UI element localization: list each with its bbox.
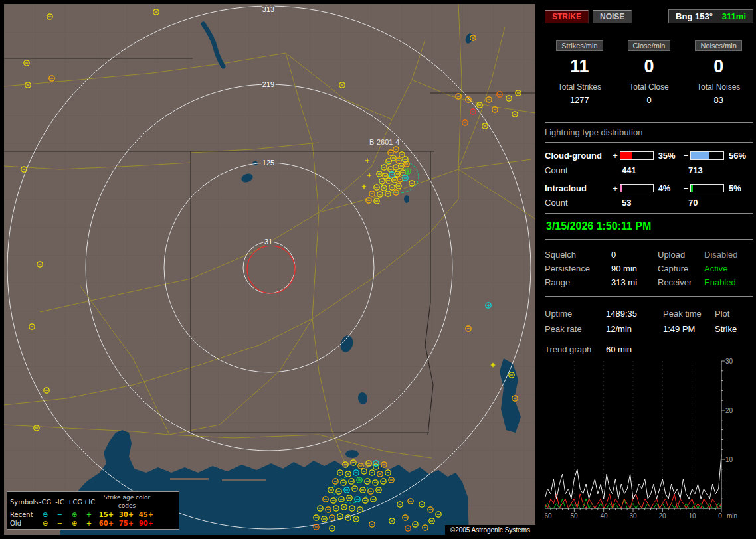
old-pos-ic-icon: +: [82, 519, 96, 528]
y-tick-30: 30: [725, 358, 733, 365]
noise-mode-button[interactable]: NOISE: [593, 10, 632, 23]
noises-per-min-button[interactable]: Noises/min: [695, 40, 741, 51]
age-code-60: 60+: [96, 519, 116, 528]
control-panel: STRIKE NOISE Bng 153° 311mi Strikes/min …: [539, 5, 756, 530]
y-tick-10: 10: [725, 456, 733, 463]
ring-label-31: 31: [264, 238, 272, 246]
strike-mode-button[interactable]: STRIKE: [545, 10, 589, 23]
map-legend: Symbols -CG -IC +CG +IC Strike age color…: [7, 491, 179, 530]
legend-old-label: Old: [10, 519, 38, 528]
close-per-min-button[interactable]: Close/min: [628, 40, 671, 51]
noises-rate-value: 0: [684, 56, 753, 77]
trend-graph-header: Trend graph 60 min: [545, 338, 753, 358]
recent-pos-cg-icon: ⊕: [67, 510, 82, 519]
plus-sign: +: [612, 151, 618, 161]
receiver-label: Receiver: [658, 277, 704, 287]
distribution-title: Lightning type distribution: [545, 125, 753, 139]
rate-statistics: Strikes/min 11 Total Strikes 1277 Close/…: [545, 40, 753, 105]
ic-negative-pct: 5%: [725, 183, 753, 193]
uptime-row: Uptime 1489:35 Peak time Plot: [545, 306, 753, 321]
info-block: Uptime 1489:35 Peak time Plot Peak rate …: [545, 299, 753, 338]
legend-recent-label: Recent: [10, 510, 38, 519]
plus-sign: +: [612, 183, 618, 193]
old-pos-cg-icon: ⊕: [67, 519, 82, 528]
divider: [545, 142, 753, 143]
total-strikes-value: 1277: [545, 95, 614, 105]
total-strikes-label: Total Strikes: [545, 82, 614, 92]
ring-label-313: 313: [262, 5, 274, 13]
x-tick-60: 60: [545, 512, 552, 520]
cg-negative-pct: 56%: [725, 151, 753, 161]
x-tick-0: 0: [718, 512, 722, 520]
total-noises-label: Total Noises: [684, 82, 753, 92]
legend-col-pos-cg: +CG: [67, 498, 82, 506]
x-tick-50: 50: [570, 512, 578, 520]
minus-sign: −: [683, 183, 690, 193]
ic-positive-pct: 4%: [655, 183, 683, 193]
persistence-row: Persistence 90 min Capture Active: [545, 262, 753, 275]
x-tick-10: 10: [688, 512, 696, 520]
strikes-rate-value: 11: [545, 56, 614, 77]
y-tick-20: 20: [725, 407, 733, 414]
x-tick-20: 20: [658, 512, 666, 520]
age-code-15: 15+: [96, 510, 116, 519]
legend-symbols-title: Symbols: [10, 498, 38, 506]
capture-status: Active: [704, 264, 727, 273]
copyright-text: ©2005 Astrogenic Systems: [445, 525, 535, 535]
recent-pos-ic-icon: +: [82, 510, 96, 519]
storm-cell-id-label: B-2601-4: [369, 138, 399, 146]
age-code-90: 90+: [136, 519, 156, 528]
cg-positive-pct: 35%: [655, 151, 683, 161]
bearing-range-value: 311mi: [722, 11, 746, 21]
map-canvas[interactable]: 313 219 125 31 B-2601-4: [4, 4, 535, 535]
squelch-row: Squelch 0 Upload Disabled: [545, 248, 753, 262]
age-code-30: 30+: [116, 510, 136, 519]
ic-negative-count: 70: [688, 198, 698, 208]
peak-rate-value: 12/min: [606, 324, 663, 334]
count-label: Count: [545, 198, 622, 208]
total-noises-value: 83: [684, 95, 753, 105]
divider: [545, 239, 753, 240]
cg-negative-gauge: [690, 151, 724, 160]
divider: [545, 213, 753, 214]
intracloud-label: Intracloud: [545, 183, 612, 193]
trend-ticks: [545, 361, 725, 512]
total-close-label: Total Close: [614, 82, 684, 92]
status-block: Squelch 0 Upload Disabled Persistence 90…: [545, 242, 753, 293]
cg-positive-gauge: [620, 151, 654, 160]
intracloud-row: Intracloud + 4% − 5%: [545, 183, 753, 193]
plot-label: Plot: [715, 309, 729, 319]
mode-toolbar: STRIKE NOISE Bng 153° 311mi: [545, 9, 753, 23]
strikes-per-min-button[interactable]: Strikes/min: [556, 40, 603, 51]
peak-time-value: 1:49 PM: [663, 324, 715, 334]
age-code-75: 75+: [116, 519, 136, 528]
minus-sign: −: [683, 151, 690, 161]
x-axis-unit: min: [727, 512, 737, 520]
bearing-display: Bng 153° 311mi: [668, 9, 753, 23]
radar-map[interactable]: 313 219 125 31 B-2601-4 Symbols -CG -IC …: [4, 4, 535, 535]
cloud-ground-row: Cloud-ground + 35% − 56%: [545, 151, 753, 161]
plot-mode-value: Strike: [715, 324, 737, 334]
current-datetime: 3/15/2026 1:50:11 PM: [545, 216, 753, 236]
squelch-label: Squelch: [545, 250, 611, 260]
divider: [545, 296, 753, 297]
ic-negative-gauge: [690, 184, 724, 193]
recent-neg-cg-icon: ⊖: [38, 510, 52, 519]
cloud-ground-label: Cloud-ground: [545, 151, 612, 161]
close-rate-value: 0: [614, 56, 684, 77]
old-neg-cg-icon: ⊖: [38, 519, 52, 528]
legend-col-pos-ic: +IC: [82, 498, 96, 506]
barrier-island: [222, 479, 266, 481]
squelch-value: 0: [611, 250, 658, 260]
capture-label: Capture: [658, 264, 704, 273]
range-value: 313 mi: [611, 277, 658, 287]
divider: [545, 122, 753, 123]
recent-neg-ic-icon: −: [52, 510, 67, 519]
range-row: Range 313 mi Receiver Enabled: [545, 275, 753, 289]
range-label: Range: [545, 277, 611, 287]
legend-col-neg-cg: -CG: [38, 498, 52, 506]
uptime-label: Uptime: [545, 309, 606, 319]
total-close-value: 0: [614, 95, 684, 105]
trend-graph-window: 60 min: [606, 345, 663, 354]
old-neg-ic-icon: −: [52, 519, 67, 528]
